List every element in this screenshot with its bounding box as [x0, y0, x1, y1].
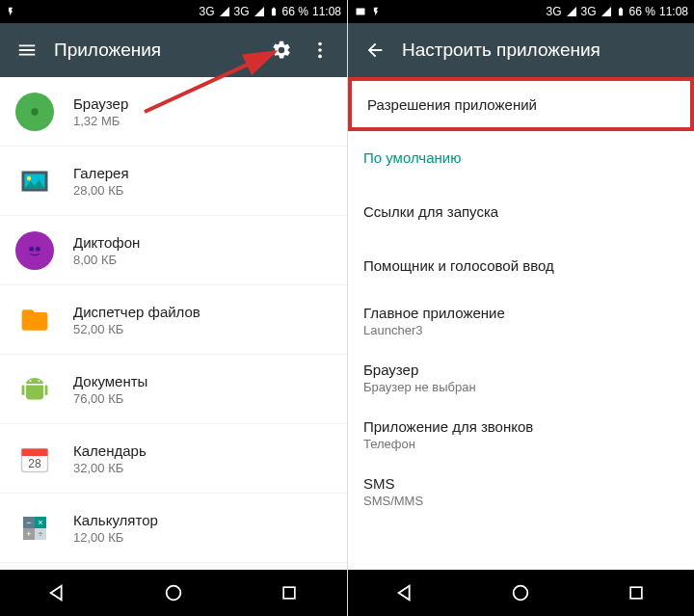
app-size: 32,00 КБ — [73, 461, 147, 475]
calculator-icon: −×+÷ — [15, 509, 54, 548]
battery-text: 66 % — [282, 5, 308, 18]
nav-recents-icon[interactable] — [598, 574, 675, 612]
svg-point-9 — [29, 246, 34, 251]
configure-list[interactable]: Разрешения приложений По умолчанию Ссылк… — [348, 77, 694, 570]
app-name: Калькулятор — [73, 512, 158, 528]
item-title: SMS — [363, 475, 423, 492]
app-name: Галерея — [73, 165, 129, 181]
network-3g-1: 3G — [200, 5, 215, 18]
calendar-icon: 28 — [15, 440, 54, 478]
recorder-icon — [15, 231, 54, 270]
svg-point-1 — [318, 48, 322, 52]
item-title: Браузер — [363, 362, 476, 378]
item-sms-app[interactable]: SMSSMS/MMS — [348, 464, 694, 521]
app-name: Браузер — [73, 95, 128, 112]
configure-apps-pane: 3G 3G 66 % 11:08 Настроить приложения Ра… — [347, 0, 694, 616]
network-3g-1: 3G — [547, 5, 562, 18]
item-assistant-voice[interactable]: Помощник и голосовой ввод — [348, 239, 694, 293]
app-row-browser[interactable]: Браузер1,32 МБ — [0, 77, 347, 147]
svg-point-8 — [27, 175, 32, 180]
app-size: 1,32 МБ — [73, 114, 128, 128]
svg-text:+: + — [26, 529, 31, 539]
svg-point-12 — [38, 379, 40, 381]
app-size: 8,00 КБ — [73, 253, 140, 267]
item-title: Помощник и голосовой ввод — [363, 257, 554, 274]
app-row-files[interactable]: Диспетчер файлов52,00 КБ — [0, 285, 347, 355]
navbar-right — [348, 570, 694, 616]
appbar-right: Настроить приложения — [348, 23, 694, 77]
app-row-gallery[interactable]: Галерея28,00 КБ — [0, 147, 347, 216]
app-row-calc[interactable]: −×+÷ Калькулятор12,00 КБ — [0, 494, 347, 563]
svg-point-5 — [31, 108, 38, 115]
apps-list[interactable]: Браузер1,32 МБ Галерея28,00 КБ Диктофон8… — [0, 77, 347, 570]
svg-point-27 — [514, 586, 528, 601]
nav-back-icon[interactable] — [367, 574, 444, 612]
item-app-permissions[interactable]: Разрешения приложений — [348, 77, 694, 131]
app-name: Диспетчер файлов — [73, 304, 200, 320]
svg-text:×: × — [38, 518, 42, 527]
svg-point-2 — [318, 55, 322, 59]
statusbar-left: 3G 3G 66 % 11:08 — [0, 0, 347, 23]
svg-rect-25 — [283, 587, 295, 599]
menu-icon[interactable] — [8, 31, 46, 69]
svg-rect-14 — [22, 448, 48, 456]
item-title: Разрешения приложений — [367, 96, 537, 113]
app-row-recorder[interactable]: Диктофон8,00 КБ — [0, 216, 347, 285]
item-home-app[interactable]: Главное приложениеLauncher3 — [348, 293, 694, 350]
navbar-left — [0, 570, 347, 616]
item-phone-app[interactable]: Приложение для звонковТелефон — [348, 407, 694, 464]
clock-text: 11:08 — [312, 5, 341, 18]
svg-rect-28 — [630, 587, 642, 599]
image-icon — [354, 6, 367, 17]
svg-text:−: − — [26, 518, 31, 527]
app-row-docs[interactable]: Документы76,00 КБ — [0, 355, 347, 424]
gear-icon[interactable] — [262, 31, 301, 69]
item-sub: Браузер не выбран — [363, 380, 476, 394]
svg-point-0 — [318, 42, 322, 46]
app-size: 52,00 КБ — [73, 322, 200, 336]
item-sub: Launcher3 — [363, 323, 505, 337]
flash-icon — [371, 5, 381, 18]
item-launch-links[interactable]: Ссылки для запуска — [348, 185, 694, 239]
item-default[interactable]: По умолчанию — [348, 131, 694, 185]
app-name: Документы — [73, 373, 147, 389]
nav-home-icon[interactable] — [135, 574, 212, 612]
svg-point-24 — [167, 586, 181, 601]
app-name: Календарь — [73, 442, 147, 459]
svg-point-11 — [29, 379, 31, 381]
app-size: 12,00 КБ — [73, 530, 158, 545]
android-icon — [15, 370, 54, 409]
app-size: 28,00 КБ — [73, 183, 129, 198]
flash-icon — [6, 5, 15, 18]
nav-recents-icon[interactable] — [251, 574, 328, 612]
appbar-title-right: Настроить приложения — [402, 40, 686, 61]
item-title: Главное приложение — [363, 305, 505, 321]
gallery-icon — [15, 162, 54, 201]
svg-text:28: 28 — [28, 457, 41, 470]
svg-point-10 — [36, 246, 40, 251]
appbar-title-left: Приложения — [54, 40, 262, 61]
overflow-icon[interactable] — [301, 31, 339, 69]
nav-home-icon[interactable] — [482, 574, 559, 612]
svg-rect-26 — [357, 9, 365, 15]
nav-back-icon[interactable] — [19, 574, 96, 612]
item-sub: SMS/MMS — [363, 494, 423, 508]
folder-icon — [15, 301, 54, 339]
appbar-left: Приложения — [0, 23, 347, 77]
app-row-calendar[interactable]: 28 Календарь32,00 КБ — [0, 424, 347, 494]
item-title: Приложение для звонков — [363, 418, 533, 435]
back-icon[interactable] — [356, 31, 394, 69]
item-title: Ссылки для запуска — [363, 203, 498, 220]
app-name: Диктофон — [73, 234, 140, 251]
clock-text: 11:08 — [659, 5, 688, 18]
item-browser-app[interactable]: БраузерБраузер не выбран — [348, 350, 694, 407]
browser-icon — [15, 93, 54, 131]
svg-text:÷: ÷ — [39, 529, 43, 539]
network-3g-2: 3G — [581, 5, 597, 18]
app-size: 76,00 КБ — [73, 391, 147, 406]
battery-text: 66 % — [629, 5, 655, 18]
item-sub: Телефон — [363, 437, 533, 451]
apps-pane: 3G 3G 66 % 11:08 Приложения Браузер1,32 … — [0, 0, 347, 616]
item-title: По умолчанию — [363, 149, 461, 166]
network-3g-2: 3G — [234, 5, 250, 18]
